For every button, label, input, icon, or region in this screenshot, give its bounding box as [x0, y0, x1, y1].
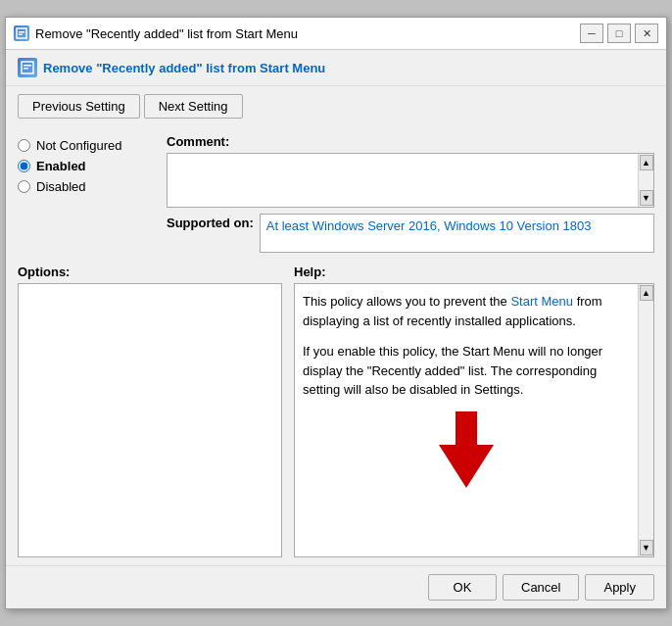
enabled-label: Enabled [36, 159, 86, 173]
title-bar-title: Remove "Recently added" list from Start … [35, 26, 298, 41]
title-bar-left: Remove "Recently added" list from Start … [14, 25, 298, 41]
help-content: This policy allows you to prevent the St… [295, 284, 638, 556]
title-bar-controls: ─ □ ✕ [580, 24, 658, 43]
help-scroll-area: This policy allows you to prevent the St… [294, 283, 654, 557]
restore-button[interactable]: □ [607, 24, 631, 43]
arrow-head [439, 445, 494, 488]
header-bar: Remove "Recently added" list from Start … [6, 50, 666, 86]
not-configured-radio[interactable] [18, 139, 30, 152]
title-bar: Remove "Recently added" list from Start … [6, 18, 666, 50]
help-scroll-up[interactable]: ▲ [640, 285, 653, 301]
svg-rect-5 [24, 68, 28, 70]
enabled-option[interactable]: Enabled [18, 159, 155, 173]
comment-input[interactable] [168, 154, 638, 207]
header-title: Remove "Recently added" list from Start … [43, 61, 325, 75]
svg-rect-4 [24, 65, 31, 67]
enabled-radio[interactable] [18, 160, 30, 172]
options-panel: Options: [18, 265, 282, 557]
not-configured-option[interactable]: Not Configured [18, 138, 155, 153]
previous-setting-button[interactable]: Previous Setting [18, 94, 140, 119]
radio-group: Not Configured Enabled Disabled [18, 134, 155, 253]
comment-scroll-area: ▲ ▼ [167, 153, 654, 208]
top-section: Not Configured Enabled Disabled Comment: [18, 134, 654, 253]
help-scrollbar: ▲ ▼ [638, 284, 653, 556]
svg-rect-1 [19, 31, 24, 33]
comment-scroll-up[interactable]: ▲ [640, 155, 653, 170]
arrow-shaft [456, 411, 477, 445]
options-label: Options: [18, 265, 282, 279]
help-scroll-down[interactable]: ▼ [640, 540, 653, 555]
start-menu-link: Start Menu [510, 294, 573, 309]
comment-scrollbar: ▲ ▼ [638, 154, 653, 207]
supported-label: Supported on: [167, 214, 254, 230]
arrow-container [303, 411, 630, 488]
down-arrow [439, 411, 494, 488]
svg-rect-0 [17, 28, 26, 38]
content-area: Not Configured Enabled Disabled Comment: [6, 126, 666, 565]
comment-label: Comment: [167, 134, 654, 149]
disabled-option[interactable]: Disabled [18, 179, 155, 194]
supported-section: Supported on: At least Windows Server 20… [167, 214, 654, 253]
nav-bar: Previous Setting Next Setting [6, 86, 666, 126]
disabled-radio[interactable] [18, 180, 30, 193]
supported-value: At least Windows Server 2016, Windows 10… [260, 214, 654, 253]
help-panel: Help: This policy allows you to prevent … [294, 265, 654, 557]
not-configured-label: Not Configured [36, 138, 121, 153]
dialog-window: Remove "Recently added" list from Start … [5, 17, 667, 609]
bottom-section: Options: Help: This policy allows you to… [18, 265, 654, 557]
help-paragraph-1: This policy allows you to prevent the St… [303, 292, 630, 330]
close-button[interactable]: ✕ [635, 24, 658, 43]
window-icon [14, 25, 29, 41]
header-icon [18, 58, 37, 77]
comment-section: Comment: ▲ ▼ [167, 134, 654, 208]
svg-rect-2 [19, 34, 23, 36]
cancel-button[interactable]: Cancel [503, 574, 579, 601]
next-setting-button[interactable]: Next Setting [144, 94, 243, 119]
ok-button[interactable]: OK [428, 574, 497, 601]
comment-scroll-down[interactable]: ▼ [640, 190, 653, 206]
options-box [18, 283, 282, 557]
right-section: Comment: ▲ ▼ Supported on: At least Wind… [167, 134, 654, 253]
help-label: Help: [294, 265, 654, 279]
footer-bar: OK Cancel Apply [6, 565, 666, 608]
apply-button[interactable]: Apply [585, 574, 654, 601]
help-paragraph-2: If you enable this policy, the Start Men… [303, 342, 630, 400]
minimize-button[interactable]: ─ [580, 24, 603, 43]
disabled-label: Disabled [36, 179, 86, 194]
